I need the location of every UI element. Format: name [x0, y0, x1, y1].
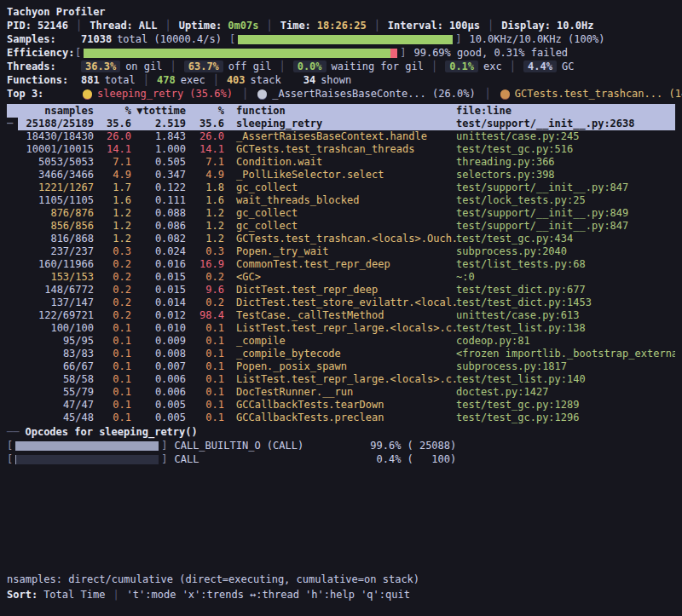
cell-direct-pct: 0.1 — [94, 322, 131, 335]
cell-function: _AssertRaisesBaseContext.handle — [224, 130, 456, 143]
functions-stack-label: stack — [251, 74, 281, 86]
functions-label: Functions: — [7, 74, 75, 86]
thread-stat-label: waiting for gil — [332, 60, 424, 72]
functions-shown-value: 34 — [303, 74, 315, 86]
cell-file-line: unittest/case.py:613 — [456, 309, 675, 322]
table-row[interactable]: 100/1000.10.0100.1ListTest.test_repr_lar… — [7, 322, 675, 335]
opcode-percent: 0.4% — [363, 453, 401, 465]
table-row[interactable]: 3466/34664.90.3474.9_PollLikeSelector.se… — [7, 169, 675, 181]
cell-file-line: ~:0 — [456, 271, 675, 284]
cell-direct-pct: 14.1 — [94, 143, 131, 156]
cell-tottime: 1.000 — [131, 143, 186, 156]
cell-tottime: 0.006 — [131, 373, 186, 386]
top3-third: GCTests.test_trashcan... (14.1%) — [515, 88, 682, 100]
cell-nsamples: 160/11966 — [19, 258, 94, 271]
cell-function: gc_collect — [224, 207, 456, 220]
functions-total-label: total — [105, 74, 136, 86]
col-nsamples[interactable]: nsamples — [19, 104, 94, 118]
thread-stat-value: 63.7% — [184, 60, 223, 72]
interval-value: 100μs — [449, 20, 480, 32]
table-row[interactable]: 10001/1001514.11.00014.1GCTests.test_tra… — [7, 143, 675, 156]
cell-function: <GC> — [224, 271, 456, 284]
cell-function: _PollLikeSelector.select — [224, 169, 456, 181]
cell-direct-pct: 1.6 — [94, 194, 131, 207]
cell-direct-pct: 0.2 — [94, 271, 131, 284]
cell-nsamples: 66/67 — [19, 360, 94, 373]
cell-tottime: 0.111 — [131, 194, 186, 207]
cell-tottime: 0.010 — [131, 322, 186, 335]
samples-count: 71038 — [81, 33, 112, 45]
cell-function: DictTest.test_repr_deep — [224, 284, 456, 296]
col-tottime-sorted[interactable]: ▼tottime — [131, 104, 186, 118]
table-row[interactable]: 160/119660.20.01616.9CommonTest.test_rep… — [7, 258, 675, 271]
cell-file-line: test/test_dict.py:677 — [456, 284, 675, 296]
uptime-label: Uptime: — [179, 20, 223, 32]
cell-cumulative-pct: 1.2 — [186, 220, 224, 233]
cell-cumulative-pct: 1.2 — [186, 233, 224, 245]
table-row[interactable]: 237/2370.30.0240.3Popen._try_waitsubproc… — [7, 245, 675, 258]
cell-cumulative-pct: 9.6 — [186, 284, 224, 296]
table-row[interactable]: 153/1530.20.0150.2<GC>~:0 — [7, 271, 675, 284]
thread-stat-value: 0.1% — [445, 60, 478, 72]
table-row[interactable]: 58/580.10.0060.1ListTest.test_repr_large… — [7, 373, 675, 386]
cell-file-line: test/list_tests.py:68 — [456, 258, 675, 271]
opcode-name: CALL — [174, 453, 363, 465]
separator: | — [113, 589, 118, 601]
cell-file-line: selectors.py:398 — [456, 169, 675, 181]
col-function[interactable]: function — [224, 104, 456, 118]
cell-file-line: test/support/__init__.py:849 — [456, 207, 675, 220]
table-row[interactable]: 856/8561.20.0861.2gc_collecttest/support… — [7, 220, 675, 233]
cell-function: TestCase._callTestMethod — [224, 309, 456, 322]
bar-left-bracket: [ — [7, 453, 13, 465]
table-row[interactable]: 1105/11051.60.1111.6wait_threads_blocked… — [7, 194, 675, 207]
cell-cumulative-pct: 98.4 — [186, 309, 224, 322]
cell-function: sleeping_retry — [224, 118, 456, 130]
cell-direct-pct: 0.1 — [94, 386, 131, 399]
cell-tottime: 0.006 — [131, 386, 186, 399]
functions-total-value: 881 — [81, 74, 100, 86]
separator: │ — [266, 20, 272, 32]
cell-cumulative-pct: 0.1 — [186, 373, 224, 386]
cell-tottime: 0.014 — [131, 296, 186, 309]
efficiency-bar — [84, 49, 397, 58]
col-file-line[interactable]: file:line — [456, 104, 675, 118]
table-row[interactable]: 18430/1843026.01.84326.0_AssertRaisesBas… — [7, 130, 675, 143]
col-cumulative-pct[interactable]: % — [186, 104, 224, 118]
table-row[interactable]: 47/470.10.0050.1GCCallbackTests.tearDown… — [7, 399, 675, 412]
table-row[interactable]: 83/830.10.0080.1_compile_bytecode<frozen… — [7, 348, 675, 360]
table-row[interactable]: 1221/12671.70.1221.8gc_collecttest/suppo… — [7, 181, 675, 194]
table-row[interactable]: 66/670.10.0070.1Popen._posix_spawnsubpro… — [7, 360, 675, 373]
cell-tottime: 0.008 — [131, 348, 186, 360]
cell-direct-pct: 1.7 — [94, 181, 131, 194]
cell-cumulative-pct: 0.1 — [186, 360, 224, 373]
cell-function: GCCallbackTests.preclean — [224, 412, 456, 424]
efficiency-summary: 99.69% good, 0.31% failed — [413, 47, 568, 59]
cell-function: DictTest.test_store_evilattr.<local... — [224, 296, 456, 309]
table-row[interactable]: 816/8681.20.0821.2GCTests.test_trashcan.… — [7, 233, 675, 245]
table-row[interactable]: 137/1470.20.0140.2DictTest.test_store_ev… — [7, 296, 675, 309]
opcode-bar-fill — [15, 441, 158, 451]
functions-shown-label: shown — [321, 74, 351, 86]
table-row[interactable]: ─25188/2518935.62.51935.6sleeping_retryt… — [7, 118, 675, 130]
table-row[interactable]: 45/480.10.0050.1GCCallbackTests.preclean… — [7, 412, 675, 424]
table-row[interactable]: 876/8761.20.0881.2gc_collecttest/support… — [7, 207, 675, 220]
opcodes-title: Opcodes for sleeping_retry() — [25, 426, 197, 438]
cell-file-line: subprocess.py:2040 — [456, 245, 675, 258]
legend-line: nsamples: direct/cumulative (direct=exec… — [7, 572, 675, 587]
table-row[interactable]: 148/67720.20.0159.6DictTest.test_repr_de… — [7, 284, 675, 296]
table-row[interactable]: 55/790.10.0060.1DocTestRunner.__rundocte… — [7, 386, 675, 399]
status-bar: PID: 52146 │ Thread: ALL │ Uptime: 0m07s… — [7, 19, 675, 32]
table-header[interactable]: nsamples % ▼tottime % function file:line — [7, 104, 675, 118]
cell-direct-pct: 1.2 — [94, 207, 131, 220]
cell-cumulative-pct: 0.2 — [186, 296, 224, 309]
opcode-row: []CALL_BUILTIN_O (CALL)99.6%( 25088) — [7, 439, 675, 452]
table-row[interactable]: 122/697210.20.01298.4TestCase._callTestM… — [7, 309, 675, 322]
cell-nsamples: 25188/25189 — [19, 118, 94, 130]
cell-tottime: 0.016 — [131, 258, 186, 271]
table-row[interactable]: 5053/50537.10.5057.1Condition.waitthread… — [7, 156, 675, 169]
table-row[interactable]: 95/950.10.0090.1_compilecodeop.py:81 — [7, 335, 675, 348]
cell-direct-pct: 1.2 — [94, 233, 131, 245]
top3-label: Top 3: — [7, 88, 75, 100]
cell-direct-pct: 0.1 — [94, 373, 131, 386]
col-direct-pct[interactable]: % — [94, 104, 131, 118]
